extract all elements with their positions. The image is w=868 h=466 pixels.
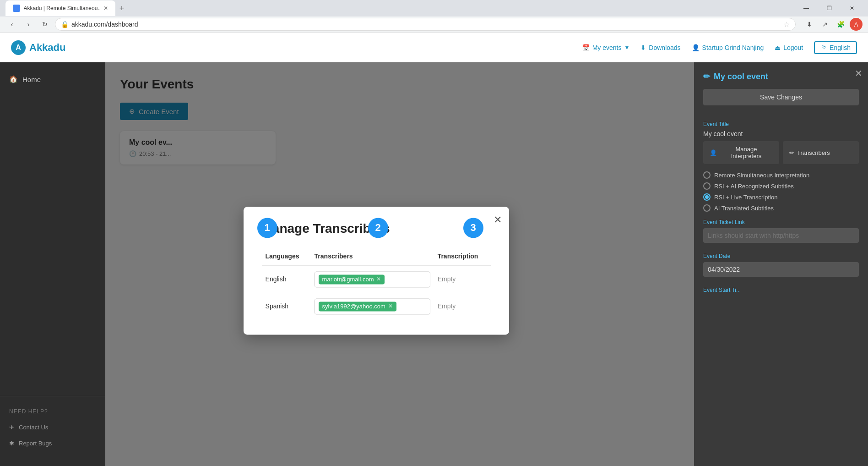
browser-action-icons: ⬇ ↗ 🧩 A [803, 18, 863, 31]
radio-circle-3[interactable] [703, 204, 711, 212]
language-label: English [830, 44, 851, 51]
transcriber-cell[interactable]: mariotr@gmail.com ✕ [311, 265, 434, 293]
forward-button[interactable]: › [22, 18, 35, 31]
manage-interpreters-button[interactable]: 👤 Manage Interpreters [703, 141, 779, 164]
save-changes-button[interactable]: Save Changes [703, 89, 859, 105]
close-window-button[interactable]: ✕ [841, 1, 863, 16]
col-transcribers: Transcribers [311, 249, 434, 266]
downloads-label: Downloads [649, 44, 680, 51]
edit-icon: ✏ [703, 71, 710, 82]
download-icon[interactable]: ⬇ [803, 18, 816, 31]
tab-title: Akkadu | Remote Simultaneou... [24, 5, 100, 11]
lock-icon: 🔒 [61, 21, 69, 28]
radio-circle-1[interactable] [703, 182, 711, 190]
table-row: English mariotr@gmail.com ✕ Empty [262, 265, 491, 293]
contact-us-item[interactable]: ✈ Contact Us [0, 419, 105, 435]
report-bugs-item[interactable]: ✱ Report Bugs [0, 435, 105, 451]
event-ticket-link-input[interactable] [703, 228, 859, 243]
modal-close-button[interactable]: ✕ [494, 214, 502, 226]
col-languages: Languages [262, 249, 311, 266]
home-label: Home [22, 76, 41, 83]
url-text: akkadu.com/dashboard [71, 21, 138, 28]
modal-table: Languages Transcribers Transcription Eng… [262, 249, 491, 320]
manage-interpreters-label: Manage Interpreters [720, 146, 773, 159]
right-panel-title: ✏ My cool event [703, 71, 859, 82]
downloads-link[interactable]: ⬇ Downloads [640, 44, 680, 51]
user-label: Startup Grind Nanjing [702, 44, 764, 51]
app-header: A Akkadu 📅 My events ▼ ⬇ Downloads 👤 Sta… [0, 33, 868, 62]
my-events-label: My events [592, 44, 622, 51]
event-start-time-label: Event Start Ti... [703, 287, 859, 293]
transcribers-label: Transcribers [797, 149, 830, 156]
radio-circle-2[interactable] [703, 193, 711, 201]
new-tab-button[interactable]: + [115, 2, 128, 15]
app-logo: A Akkadu [11, 40, 65, 55]
sidebar-bottom: NEED HELP? ✈ Contact Us ✱ Report Bugs [0, 396, 105, 459]
my-events-chevron: ▼ [624, 44, 629, 51]
logout-icon: ⏏ [775, 44, 781, 51]
tab-bar: Akkadu | Remote Simultaneou... ✕ + — ❐ ✕ [0, 0, 868, 16]
transcriber-tag: mariotr@gmail.com ✕ [319, 274, 385, 284]
language-button[interactable]: 🏳 English [814, 41, 857, 54]
right-panel-title-text: My cool event [714, 72, 768, 82]
my-events-link[interactable]: 📅 My events ▼ [582, 44, 630, 51]
report-bugs-label: Report Bugs [19, 440, 52, 447]
radio-label-2: RSI + Live Transcription [714, 194, 777, 201]
radio-label-3: AI Translated Subtitles [714, 205, 774, 212]
transcriber-tag: sylvia1992@yahoo.com ✕ [319, 302, 396, 311]
col-transcription: Transcription [434, 249, 491, 266]
flag-icon: 🏳 [820, 44, 827, 51]
maximize-button[interactable]: ❐ [819, 1, 840, 16]
address-bar-actions: ☆ [783, 20, 790, 29]
radio-group: Remote Simultaneous Interpretation RSI +… [703, 171, 859, 212]
right-panel: ✕ ✏ My cool event Save Changes Event Tit… [694, 62, 868, 466]
transcriber-email: sylvia1992@yahoo.com [322, 303, 385, 310]
modal: ✕ Manage Transcribers 1 2 3 [244, 207, 509, 334]
profile-icon[interactable]: A [850, 18, 863, 31]
table-row: Spanish sylvia1992@yahoo.com ✕ Empty [262, 293, 491, 320]
radio-item-0[interactable]: Remote Simultaneous Interpretation [703, 171, 859, 179]
bug-icon: ✱ [9, 440, 14, 447]
user-link[interactable]: 👤 Startup Grind Nanjing [692, 44, 764, 51]
address-bar-row: ‹ › ↻ 🔒 akkadu.com/dashboard ☆ ⬇ ↗ 🧩 A [0, 16, 868, 33]
radio-item-3[interactable]: AI Translated Subtitles [703, 204, 859, 212]
browser-tab[interactable]: Akkadu | Remote Simultaneou... ✕ [5, 0, 115, 16]
logout-label: Logout [783, 44, 803, 51]
back-button[interactable]: ‹ [5, 18, 18, 31]
page-area: Your Events ⊕ Create Event My cool ev...… [105, 62, 694, 466]
transcription-cell: Empty [434, 293, 491, 320]
window-controls: — ❐ ✕ [796, 1, 863, 16]
step-2-circle: 2 [368, 218, 388, 238]
event-title-label: Event Title [703, 121, 859, 127]
user-icon: 👤 [692, 44, 700, 51]
address-bar[interactable]: 🔒 akkadu.com/dashboard ☆ [55, 18, 796, 31]
minimize-button[interactable]: — [796, 1, 817, 16]
radio-circle-0[interactable] [703, 171, 711, 179]
contact-icon: ✈ [9, 424, 14, 431]
radio-item-1[interactable]: RSI + AI Recognized Subtitles [703, 182, 859, 190]
transcribers-button[interactable]: ✏ Transcribers [783, 141, 859, 164]
sidebar: 🏠 Home NEED HELP? ✈ Contact Us ✱ Report … [0, 62, 105, 466]
radio-item-2[interactable]: RSI + Live Transcription [703, 193, 859, 201]
manage-buttons: 👤 Manage Interpreters ✏ Transcribers [703, 141, 859, 164]
tab-close-icon[interactable]: ✕ [103, 5, 108, 11]
sidebar-item-home[interactable]: 🏠 Home [0, 70, 105, 89]
calendar-icon: 📅 [582, 44, 590, 51]
extensions-icon[interactable]: 🧩 [834, 18, 847, 31]
logo-icon: A [11, 40, 26, 55]
event-ticket-link-label: Event Ticket Link [703, 219, 859, 225]
share-icon[interactable]: ↗ [819, 18, 831, 31]
logout-link[interactable]: ⏏ Logout [775, 44, 803, 51]
main-content: 🏠 Home NEED HELP? ✈ Contact Us ✱ Report … [0, 62, 868, 466]
event-date-input[interactable] [703, 262, 859, 277]
transcription-cell: Empty [434, 265, 491, 293]
transcriber-cell[interactable]: sylvia1992@yahoo.com ✕ [311, 293, 434, 320]
right-panel-close-button[interactable]: ✕ [855, 68, 863, 79]
bookmark-icon[interactable]: ☆ [783, 20, 790, 29]
remove-transcriber-icon[interactable]: ✕ [376, 276, 381, 282]
download-nav-icon: ⬇ [640, 44, 646, 51]
transcribers-icon: ✏ [789, 149, 794, 156]
refresh-button[interactable]: ↻ [38, 18, 51, 31]
interpreters-icon: 👤 [710, 149, 717, 156]
remove-transcriber-icon[interactable]: ✕ [388, 303, 393, 309]
